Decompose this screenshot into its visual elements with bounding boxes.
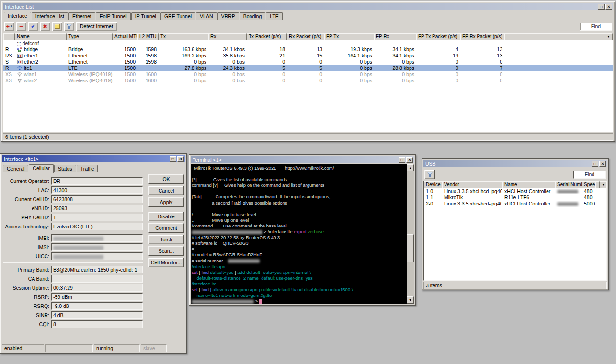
terminal-titlebar[interactable]: Terminal <1> □ ✕ (191, 156, 414, 163)
interface-row-wlan1[interactable]: XSwlan1Wireless (IPQ4019)150016000 bps0 … (3, 71, 613, 78)
interfaces-tab-vlan[interactable]: VLAN (196, 12, 217, 20)
column-header-device[interactable]: Device (424, 181, 442, 188)
column-header-fp-tx[interactable]: FP Tx (324, 33, 374, 40)
column-header-vendor[interactable]: Vendor (442, 181, 502, 188)
field-value[interactable]: 1 (51, 214, 143, 221)
interface-table-body[interactable]: ;;; defconfRbridgeBridge15001598163.6 kb… (3, 40, 613, 132)
column-header-l2-mtu[interactable]: L2 MTU (137, 33, 159, 40)
column-header-actual-mtu[interactable]: Actual MTU (113, 33, 137, 40)
scrollbar-track[interactable] (407, 171, 414, 296)
field-value[interactable]: 25093 (51, 205, 143, 212)
column-header-fp-rx[interactable]: FP Rx (374, 33, 416, 40)
button-disable[interactable]: Disable (148, 212, 184, 221)
interfaces-tab-bonding[interactable]: Bonding (240, 12, 266, 20)
lte-tab-traffic[interactable]: Traffic (77, 165, 98, 172)
enable-button[interactable]: ✔ (28, 22, 38, 31)
column-header-type[interactable]: Type (67, 33, 113, 40)
field-value[interactable] (51, 234, 143, 242)
interface-list-titlebar[interactable]: Interface List □ ✕ (3, 3, 613, 10)
scroll-up-icon[interactable]: ▲ (407, 164, 414, 171)
close-icon[interactable]: ✕ (599, 161, 606, 167)
interfaces-tab-vrrp[interactable]: VRRP (217, 12, 239, 20)
lte-tab-general[interactable]: General (3, 165, 28, 172)
interface-row-bridge[interactable]: RbridgeBridge15001598163.6 kbps34.1 kbps… (3, 46, 613, 53)
button-cancel[interactable]: Cancel (148, 186, 184, 195)
column-header-fp-tx-packet[interactable]: FP Tx Packet (p/s) (416, 33, 460, 40)
scrollbar-thumb[interactable] (407, 234, 414, 262)
column-header-serial-number[interactable]: Serial Number (555, 181, 582, 188)
lte-tab-status[interactable]: Status (54, 165, 76, 172)
column-select-icon[interactable]: ▼ (600, 181, 606, 188)
maximize-icon[interactable]: □ (592, 161, 598, 167)
cell-tx: 0 bps (159, 78, 208, 84)
column-select-icon[interactable]: ▼ (605, 33, 613, 40)
usb-row-1-0[interactable]: 1-0Linux 3.3.5 xhci-hcd-ipq40xxxHCI Host… (424, 188, 606, 194)
field-value[interactable]: DR (51, 177, 143, 185)
button-scan[interactable]: Scan... (148, 246, 184, 256)
field-value[interactable] (51, 275, 143, 283)
field-value[interactable] (51, 243, 143, 251)
filter-button[interactable] (424, 170, 435, 179)
field-value[interactable]: -9.0 dB (51, 302, 143, 310)
column-header-name[interactable]: Name (502, 181, 555, 188)
find-input[interactable] (573, 171, 606, 179)
field-value[interactable]: -59 dBm (51, 293, 143, 301)
comment-button[interactable] (52, 22, 62, 31)
usb-table-body[interactable]: 1-0Linux 3.3.5 xhci-hcd-ipq40xxxHCI Host… (424, 188, 606, 281)
remove-button[interactable]: − (16, 22, 26, 31)
disable-button[interactable]: ✖ (40, 22, 50, 31)
column-header-flags[interactable] (3, 33, 15, 40)
lte-tab-cellular[interactable]: Cellular (29, 164, 54, 173)
close-icon[interactable]: ✕ (406, 157, 413, 163)
lte-dialog-titlebar[interactable]: Interface <lte1> □ ✕ (2, 155, 185, 162)
field-value[interactable]: 41300 (51, 186, 143, 194)
usb-titlebar[interactable]: USB □ ✕ (423, 160, 607, 167)
usb-row-1-1[interactable]: 1-1MikroTikR11e-LTE6480 (424, 194, 606, 201)
column-header-name[interactable]: Name (15, 33, 67, 40)
interfaces-tab-ip-tunnel[interactable]: IP Tunnel (131, 12, 160, 20)
button-apply[interactable]: Apply (148, 197, 184, 207)
maximize-icon[interactable]: □ (399, 157, 405, 163)
maximize-icon[interactable]: □ (598, 4, 605, 10)
terminal-scrollbar[interactable]: ▲ ▼ (407, 164, 414, 304)
interfaces-tab-ethernet[interactable]: Ethernet (68, 12, 95, 20)
interface-row-lte1[interactable]: Rlte1LTE150027.8 kbps24.3 kbps550 bps28.… (3, 65, 613, 71)
interfaces-tab-lte[interactable]: LTE (266, 12, 282, 20)
close-icon[interactable]: ✕ (177, 156, 184, 162)
field-value[interactable]: B3@20Mhz earfcn: 1850 phy-cellid: 1 (51, 266, 143, 273)
terminal-text: export (294, 229, 308, 234)
find-input[interactable] (580, 23, 612, 31)
interfaces-tab-gre-tunnel[interactable]: GRE Tunnel (160, 12, 195, 20)
maximize-icon[interactable]: □ (170, 156, 176, 162)
column-header-fp-rx-packet[interactable]: FP Rx Packet (p/s) (460, 33, 504, 40)
button-cell-monitor[interactable]: Cell Monitor... (148, 258, 184, 267)
scroll-down-icon[interactable]: ▼ (407, 296, 414, 304)
interface-comment-row[interactable]: ;;; defconf (3, 40, 613, 46)
column-header-rx[interactable]: Rx (208, 33, 247, 40)
field-value[interactable]: 6423808 (51, 195, 143, 203)
interface-row-wlan2[interactable]: XSwlan2Wireless (IPQ4019)150016000 bps0 … (3, 78, 613, 84)
column-header-rx-packet[interactable]: Rx Packet (p/s) (287, 33, 324, 40)
filter-button[interactable] (64, 22, 74, 31)
interface-row-ether2[interactable]: Sether2Ethernet150015980 bps0 bps000 bps… (3, 59, 613, 65)
close-icon[interactable]: ✕ (605, 4, 612, 10)
interfaces-tab-interface-list[interactable]: Interface List (32, 12, 68, 20)
field-value[interactable]: Evolved 3G (LTE) (51, 223, 143, 230)
interfaces-tab-eoip-tunnel[interactable]: EoIP Tunnel (96, 12, 131, 20)
terminal-output[interactable]: MikroTik RouterOS 6.49.3 (c) 1999-2021 h… (191, 164, 407, 304)
add-button[interactable]: +▾ (4, 22, 14, 31)
column-header-speed[interactable]: Speed (582, 181, 595, 188)
column-header-tx[interactable]: Tx (159, 33, 208, 40)
interface-row-ether1[interactable]: RSether1Ethernet15001598169.2 kbps35.8 k… (3, 53, 613, 59)
button-comment[interactable]: Comment (148, 223, 184, 233)
detect-internet-button[interactable]: Detect Internet (76, 22, 117, 31)
usb-row-2-0[interactable]: 2-0Linux 3.3.5 xhci-hcd-ipq40xxxHCI Host… (424, 201, 606, 207)
button-torch[interactable]: Torch (148, 235, 184, 244)
field-value[interactable]: 4 dB (51, 311, 143, 319)
button-ok[interactable]: OK (148, 174, 184, 184)
field-value[interactable] (51, 252, 143, 260)
column-header-tx-packet[interactable]: Tx Packet (p/s) (247, 33, 287, 40)
interfaces-tab-interface[interactable]: Interface (4, 12, 31, 21)
field-value[interactable]: 8 (51, 320, 143, 328)
field-value[interactable]: 00:37:29 (51, 284, 143, 292)
